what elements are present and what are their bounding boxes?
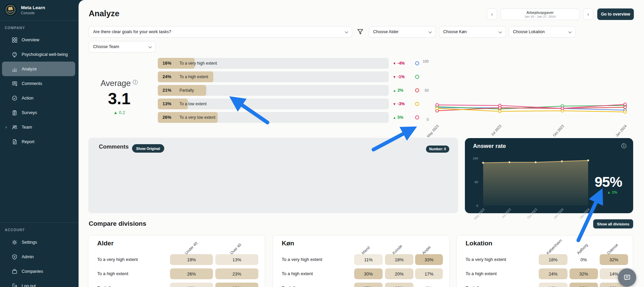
nav-item-label: Comments bbox=[22, 81, 42, 86]
distribution-row: 13%To a low extent bbox=[158, 98, 389, 109]
division-card-title: Alder bbox=[97, 240, 114, 247]
column-header: Kvinde bbox=[392, 244, 403, 255]
bar-chart-icon bbox=[12, 66, 18, 72]
value-cell: 32% bbox=[570, 268, 598, 279]
distribution-label: To a high extent bbox=[179, 74, 208, 79]
sidebar-item-report[interactable]: Report bbox=[0, 134, 79, 149]
nav-item-label: Settings bbox=[22, 240, 37, 245]
value-cell: 29% bbox=[215, 283, 258, 287]
page-title: Analyze bbox=[89, 9, 120, 18]
nav-item-label: Surveys bbox=[22, 110, 37, 115]
account-nav: SettingsAdminCompaniesLog out bbox=[0, 235, 79, 287]
value-cell: 17% bbox=[415, 268, 443, 279]
sidebar-item-surveys[interactable]: Surveys bbox=[0, 105, 79, 120]
row-label: To a high extent bbox=[97, 271, 128, 276]
row-label: To a very high extent bbox=[282, 257, 322, 262]
column-header: Over 40 bbox=[229, 243, 242, 255]
brand: Meta Learn Console bbox=[3, 3, 45, 17]
question-select[interactable]: Are there clear goals for your work task… bbox=[89, 26, 352, 38]
sidebar-item-comments[interactable]: Comments bbox=[0, 76, 79, 91]
division-card-title: Lokation bbox=[466, 240, 492, 247]
nav-item-label: Analyze bbox=[22, 67, 37, 71]
distribution-row: 21%Partially bbox=[158, 85, 389, 96]
show-all-divisions-button[interactable]: Show all divisions bbox=[593, 219, 633, 228]
value-cell: 32% bbox=[600, 254, 628, 265]
sidebar-item-companies[interactable]: Companies bbox=[0, 264, 79, 279]
row-label: Partially bbox=[466, 285, 481, 287]
sidebar-item-log-out[interactable]: Log out bbox=[0, 279, 79, 287]
average-label: Average bbox=[101, 79, 131, 88]
sidebar-item-admin[interactable]: Admin bbox=[0, 249, 79, 264]
location-filter-value: Choose Lokation bbox=[513, 29, 545, 34]
column-header: Mand bbox=[361, 245, 371, 255]
value-cell: 0% bbox=[570, 254, 598, 265]
period-selector[interactable]: Arbejdsopgaver Jan 20 - Jan 27, 2024 bbox=[500, 8, 580, 20]
sidebar-item-psychological-well-being[interactable]: Psychological well-being bbox=[0, 47, 79, 62]
distribution-pct: 13% bbox=[163, 101, 171, 106]
value-cell: 18% bbox=[539, 254, 567, 265]
sidebar: Meta Learn Console COMPANY OverviewPsych… bbox=[0, 0, 79, 287]
value-cell: 11% bbox=[354, 254, 383, 265]
compare-divisions-title: Compare divisions bbox=[89, 220, 146, 227]
info-icon[interactable]: ⓘ bbox=[621, 143, 626, 149]
nav-item-label: Admin bbox=[22, 255, 34, 259]
sidebar-item-analyze[interactable]: Analyze bbox=[2, 62, 75, 76]
sidebar-item-action[interactable]: Action bbox=[0, 91, 79, 105]
average-delta: ▲ 0.2 bbox=[89, 110, 150, 115]
answer-rate-value: 95% bbox=[595, 174, 622, 190]
age-filter-value: Choose Alder bbox=[373, 29, 399, 34]
value-cell: 23% bbox=[215, 268, 258, 279]
average-summary: Averageⓘ 3.1 ▲ 0.2 bbox=[89, 79, 150, 115]
division-card-alder: AlderUnder 40Over 40To a very high exten… bbox=[88, 235, 265, 287]
info-icon[interactable]: ⓘ bbox=[133, 79, 138, 85]
value-cell: 30% bbox=[354, 268, 383, 279]
chevron-right-icon[interactable]: › bbox=[5, 125, 7, 130]
value-cell: 13% bbox=[170, 283, 213, 287]
value-cell: 24% bbox=[539, 268, 567, 279]
value-cell: 18% bbox=[385, 254, 413, 265]
clipboard-icon bbox=[12, 110, 18, 116]
sidebar-item-settings[interactable]: Settings bbox=[0, 235, 79, 249]
distribution-pct: 24% bbox=[163, 74, 171, 79]
distribution-pct: 26% bbox=[163, 115, 171, 120]
value-cell: 20% bbox=[385, 268, 413, 279]
value-cell: 13% bbox=[215, 254, 258, 265]
gender-filter-select[interactable]: Choose Køn bbox=[439, 26, 506, 38]
distribution-label: To a low extent bbox=[179, 102, 207, 106]
answer-rate-delta: ▲ 1% bbox=[607, 190, 617, 194]
nav-item-label: Report bbox=[22, 139, 35, 144]
change-indicator: ▲2% bbox=[393, 85, 413, 96]
answer-rate-title: Answer rate bbox=[473, 143, 506, 150]
division-card-title: Køn bbox=[282, 240, 294, 247]
location-filter-select[interactable]: Choose Lokation bbox=[509, 26, 576, 38]
age-filter-select[interactable]: Choose Alder bbox=[369, 26, 436, 38]
gender-filter-value: Choose Køn bbox=[443, 29, 467, 34]
row-label: To a very high extent bbox=[97, 257, 138, 262]
change-indicator: ▼-4% bbox=[393, 58, 413, 69]
show-original-button[interactable]: Show Original bbox=[132, 144, 164, 153]
column-header: København bbox=[545, 238, 562, 255]
column-header: Andet bbox=[422, 245, 432, 255]
change-value: 5% bbox=[398, 115, 403, 120]
sidebar-item-team[interactable]: ›Team bbox=[0, 120, 79, 134]
division-card-kn: KønMandKvindeAndetTo a very high extent1… bbox=[273, 235, 450, 287]
filter-icon[interactable] bbox=[357, 28, 364, 35]
brand-subtitle: Console bbox=[21, 11, 45, 15]
sidebar-item-overview[interactable]: Overview bbox=[0, 32, 79, 47]
nav-item-label: Action bbox=[22, 96, 34, 101]
document-icon bbox=[12, 139, 18, 145]
chat-button[interactable] bbox=[618, 268, 636, 287]
triangle-down-icon: ▼ bbox=[393, 62, 396, 65]
prev-period-button[interactable]: ‹ bbox=[487, 8, 497, 20]
go-to-overview-button[interactable]: Go to overview bbox=[597, 8, 634, 20]
value-cell: 32% bbox=[570, 283, 598, 287]
team-filter-select[interactable]: Choose Team bbox=[89, 41, 156, 52]
next-period-button[interactable]: › bbox=[583, 8, 593, 20]
company-nav: OverviewPsychological well-beingAnalyzeC… bbox=[0, 32, 79, 149]
comments-card: Comments Show Original Number: 0 bbox=[88, 138, 458, 213]
distribution-label: To a very high extent bbox=[179, 61, 217, 66]
briefcase-icon bbox=[12, 268, 18, 274]
answer-rate-chart: 100500May 2023Jul 2023Oct 2023Jan 2024Ja… bbox=[470, 152, 595, 213]
head-icon bbox=[12, 51, 18, 58]
distribution-row: 26%To a very low extent bbox=[158, 112, 389, 123]
